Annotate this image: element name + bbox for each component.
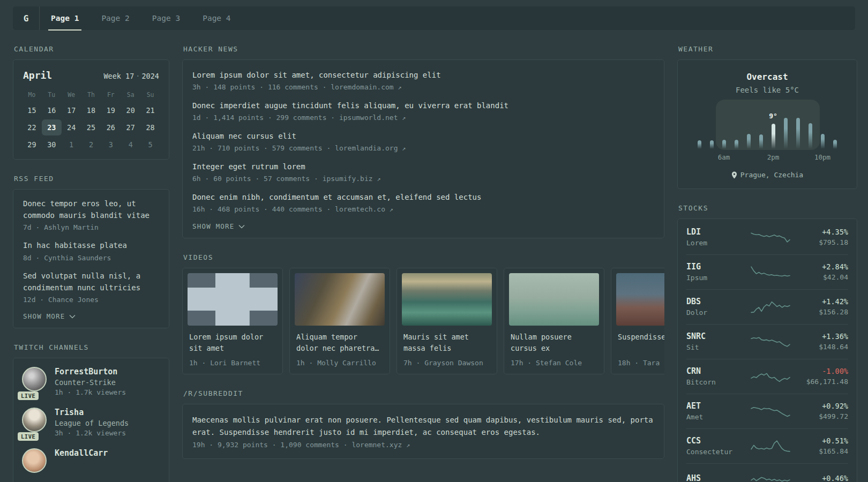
weather-location: Prague, Czechia <box>686 171 848 179</box>
stock-change: +2.84% <box>803 262 848 271</box>
stock-change: -1.00% <box>803 367 848 375</box>
video-card[interactable]: Mauris sit amet massa felis 7h · Grayson… <box>396 268 497 374</box>
twitch-channel-row[interactable]: KendallCarr <box>22 448 160 473</box>
tab-page-1[interactable]: Page 1 <box>40 6 90 30</box>
rss-item-title[interactable]: In hac habitasse platea <box>23 240 159 252</box>
video-card[interactable]: Lorem ipsum dolor sit amet consectetu… 1… <box>182 268 283 374</box>
rss-show-more-button[interactable]: SHOW MORE <box>23 312 76 320</box>
video-title: Aliquam tempor dolor nec pharetra… <box>295 332 385 354</box>
main-column: HACKER NEWS Lorem ipsum dolor sit amet, … <box>182 30 664 459</box>
hn-post-title[interactable]: Integer eget rutrum lorem <box>192 161 654 172</box>
video-card[interactable]: Aliquam tempor dolor nec pharetra… 1h · … <box>289 268 390 374</box>
stock-symbol: LDI <box>686 227 738 237</box>
weather-bar <box>722 140 726 149</box>
hn-post: Donec imperdiet augue tincidunt felis al… <box>192 100 654 122</box>
stock-symbol: CCS <box>686 436 738 446</box>
hn-post-title[interactable]: Aliquam nec cursus elit <box>192 131 654 142</box>
live-badge: LIVE <box>18 391 39 400</box>
weekday-label: We <box>62 88 81 101</box>
stock-name: Bitcorn <box>686 378 738 386</box>
stock-sparkline <box>751 471 790 482</box>
calendar-header: April Week 17·2024 <box>22 67 160 81</box>
twitch-channel-row[interactable]: LIVE Trisha League of Legends 3h · 1.2k … <box>22 408 160 437</box>
hn-show-more-button[interactable]: SHOW MORE <box>192 222 245 230</box>
hn-post-title[interactable]: Lorem ipsum dolor sit amet, consectetur … <box>192 70 654 81</box>
channel-meta: 3h · 1.2k viewers <box>55 429 129 437</box>
meta-text: 6h · 60 points · 57 comments · ipsumify.… <box>192 175 373 183</box>
reddit-post-title[interactable]: Maecenas mollis pulvinar erat non posuer… <box>192 414 654 439</box>
tab-page-3[interactable]: Page 3 <box>141 6 191 30</box>
meta-text: 3h · 148 points · 116 comments · loremdo… <box>192 83 394 91</box>
rss-item-title[interactable]: Sed volutpat nulla nisl, a condimentum n… <box>23 270 159 293</box>
channel-game: Counter-Strike <box>55 378 126 387</box>
hacker-news-widget: Lorem ipsum dolor sit amet, consectetur … <box>182 59 664 238</box>
calendar-section-title: CALENDAR <box>14 45 168 53</box>
stock-price: $499.72 <box>803 412 848 420</box>
video-title: Nullam posuere cursus ex <box>509 332 599 354</box>
channel-avatar-image <box>22 408 47 432</box>
tab-page-2[interactable]: Page 2 <box>90 6 140 30</box>
stock-row[interactable]: CRNBitcorn -1.00%$66,171.48 <box>686 359 848 394</box>
channel-game: League of Legends <box>55 419 129 427</box>
avatar: LIVE <box>22 367 47 396</box>
videos-section-title: VIDEOS <box>183 253 663 261</box>
stock-row[interactable]: SNRCSit +1.36%$148.64 <box>686 324 848 359</box>
channel-meta: 1h · 1.7k viewers <box>55 388 126 396</box>
stock-row[interactable]: AETAmet +0.92%$499.72 <box>686 394 848 428</box>
stock-price: $66,171.48 <box>803 378 848 386</box>
stock-row[interactable]: IIGIpsum +2.84%$42.04 <box>686 254 848 289</box>
current-temp-label: 9° <box>769 112 777 120</box>
weather-bars <box>698 107 837 149</box>
hn-post-meta: 21h · 710 points · 579 comments · loreml… <box>192 144 654 152</box>
hn-post: Donec enim nibh, condimentum et accumsan… <box>192 192 654 213</box>
stock-row[interactable]: LDILorem +4.35%$795.18 <box>686 220 848 254</box>
stock-symbol: AET <box>686 401 738 411</box>
page-tabs: Page 1 Page 2 Page 3 Page 4 <box>40 6 242 30</box>
calendar-grid: Mo Tu We Th Fr Sa Su 15 16 17 18 19 20 2… <box>22 88 160 153</box>
video-card[interactable]: Nullam posuere cursus ex 17h · Stefan Co… <box>504 268 604 374</box>
channel-name: KendallCarr <box>55 448 108 458</box>
stock-change: +4.35% <box>803 228 848 236</box>
stock-price: $795.18 <box>803 238 848 246</box>
stock-change: +0.51% <box>803 436 848 445</box>
video-meta: 1h · Molly Carrillo <box>295 359 385 367</box>
rss-item: Sed volutpat nulla nisl, a condimentum n… <box>23 270 159 304</box>
weekday-label: Mo <box>22 88 42 101</box>
weather-widget: Overcast Feels like 5°C 9° 6am 2pm 10pm … <box>677 59 857 189</box>
right-column: WEATHER Overcast Feels like 5°C 9° 6am 2… <box>677 30 857 482</box>
twitch-widget: LIVE ForrestBurton Counter-Strike 1h · 1… <box>13 358 169 482</box>
rss-item: In hac habitasse platea 8d · Cynthia Sau… <box>23 240 159 262</box>
app-logo[interactable]: G <box>13 6 40 30</box>
hn-post-title[interactable]: Donec enim nibh, condimentum et accumsan… <box>192 192 654 203</box>
weather-condition: Overcast <box>686 72 848 82</box>
chevron-down-icon <box>238 224 245 229</box>
meta-text: 21h · 710 points · 579 comments · loreml… <box>192 144 398 152</box>
video-thumbnail <box>616 273 664 326</box>
avatar <box>22 448 47 473</box>
external-link-icon: ↗ <box>406 441 410 449</box>
tab-page-4[interactable]: Page 4 <box>191 6 242 30</box>
rss-item-title[interactable]: Donec tempor eros leo, ut commodo mauris… <box>23 198 159 221</box>
map-pin-icon <box>731 171 737 179</box>
channel-name: ForrestBurton <box>55 367 126 376</box>
stock-row[interactable]: AHS +0.46% <box>686 463 848 482</box>
stock-sparkline <box>751 368 790 385</box>
video-card[interactable]: Suspendisse diam 18h · Tara <box>611 268 664 374</box>
channel-avatar-image <box>22 367 47 391</box>
twitch-channel-row[interactable]: LIVE ForrestBurton Counter-Strike 1h · 1… <box>22 367 160 396</box>
video-title: Mauris sit amet massa felis <box>402 332 492 354</box>
hn-post-meta: 16h · 468 points · 440 comments · loremt… <box>192 205 654 213</box>
calendar-day-next-month: 2 <box>81 137 101 153</box>
stock-row[interactable]: DBSDolor +1.42%$156.28 <box>686 289 848 324</box>
calendar-day: 16 <box>42 102 62 118</box>
stock-name: Lorem <box>686 239 738 247</box>
hn-post-title[interactable]: Donec imperdiet augue tincidunt felis al… <box>192 100 654 111</box>
external-link-icon: ↗ <box>402 114 406 122</box>
calendar-day-next-month: 1 <box>62 137 81 153</box>
stock-row[interactable]: CCSConsectetur +0.51%$165.84 <box>686 428 848 463</box>
video-meta: 7h · Grayson Dawson <box>402 359 492 367</box>
calendar-day: 24 <box>62 119 81 135</box>
meta-text: 19h · 9,932 points · 1,090 comments · lo… <box>192 441 402 449</box>
video-thumbnail <box>188 273 278 326</box>
weather-bar <box>784 118 788 149</box>
